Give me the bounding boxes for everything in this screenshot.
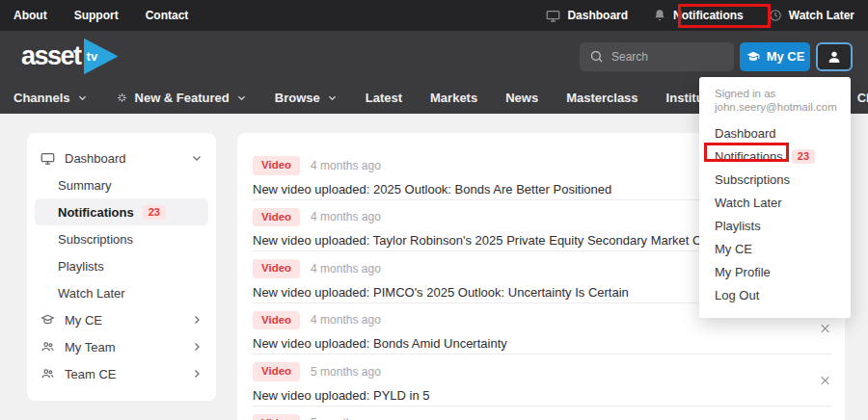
notification-row: Video 5 months ago New video uploaded: P… <box>237 354 845 407</box>
sidebar-watch-later-label: Watch Later <box>58 286 125 301</box>
clock-icon <box>769 9 782 22</box>
nav-markets-label: Markets <box>430 91 477 105</box>
topbar-dashboard-label: Dashboard <box>567 9 628 22</box>
chevron-down-icon <box>191 152 203 164</box>
sidebar-item-team-ce[interactable]: Team CE <box>27 360 216 387</box>
sidebar-item-subscriptions[interactable]: Subscriptions <box>27 225 216 252</box>
nav-channels-label: Channels <box>14 91 70 105</box>
bell-icon <box>653 9 666 22</box>
menu-item-log-out[interactable]: Log Out <box>715 283 835 306</box>
nav-masterclass[interactable]: Masterclass <box>566 91 637 105</box>
signed-in-as-label: Signed in as <box>715 89 835 99</box>
topbar-watch-later-link[interactable]: Watch Later <box>769 9 854 22</box>
notifications-count-badge: 23 <box>792 149 815 164</box>
menu-item-dashboard[interactable]: Dashboard <box>715 121 835 144</box>
menu-subscriptions-label: Subscriptions <box>715 172 790 187</box>
topbar: About Support Contact Dashboard Notifica… <box>0 0 868 31</box>
sidebar-item-summary[interactable]: Summary <box>27 171 216 198</box>
sidebar-dashboard-label: Dashboard <box>65 151 126 166</box>
sidebar-item-notifications[interactable]: Notifications 23 <box>35 198 208 225</box>
topbar-watch-later-label: Watch Later <box>789 9 854 22</box>
monitor-icon <box>546 9 560 23</box>
topbar-actions: Dashboard Notifications Watch Later <box>546 9 854 23</box>
sidebar-item-my-team[interactable]: My Team <box>27 333 216 360</box>
nav-channels[interactable]: Channels <box>14 91 88 105</box>
menu-item-subscriptions[interactable]: Subscriptions <box>715 168 835 191</box>
chevron-right-icon <box>191 314 203 326</box>
topbar-dashboard-link[interactable]: Dashboard <box>546 9 628 23</box>
dashboard-sidebar: Dashboard Summary Notifications 23 Subsc… <box>27 133 216 401</box>
video-type-badge: Video <box>253 311 300 330</box>
dismiss-notification-button[interactable] <box>817 372 833 388</box>
menu-item-my-ce[interactable]: My CE <box>715 237 835 260</box>
topbar-notifications-label: Notifications <box>673 9 744 22</box>
sidebar-item-my-ce[interactable]: My CE <box>27 306 216 333</box>
account-dropdown-menu: Signed in as john.seery@hotmail.com Dash… <box>699 77 851 318</box>
nav-ce-credits[interactable]: CE Cr <box>857 91 868 105</box>
sidebar-team-ce-label: Team CE <box>65 367 116 381</box>
header: asset tv My CE <box>0 31 868 82</box>
close-icon <box>819 374 831 386</box>
sparkle-icon <box>116 92 128 104</box>
nav-latest-label: Latest <box>366 91 402 105</box>
sidebar-playlists-label: Playlists <box>58 259 104 274</box>
signed-in-email: john.seery@hotmail.com <box>715 101 835 114</box>
chevron-down-icon <box>327 92 338 103</box>
close-icon <box>819 323 831 335</box>
notification-title[interactable]: New video uploaded: Bonds Amid Uncertain… <box>253 336 806 351</box>
account-menu-button[interactable] <box>816 42 853 71</box>
menu-watch-later-label: Watch Later <box>715 196 782 210</box>
menu-playlists-label: Playlists <box>715 219 761 233</box>
search-icon <box>589 49 604 64</box>
video-type-badge: Video <box>253 362 300 381</box>
notifications-count-badge: 23 <box>143 205 166 220</box>
menu-log-out-label: Log Out <box>715 288 759 302</box>
sidebar-notifications-label: Notifications <box>58 205 134 220</box>
my-ce-button[interactable]: My CE <box>740 42 810 71</box>
nav-news[interactable]: News <box>505 91 538 105</box>
people-icon <box>41 340 55 354</box>
menu-item-my-profile[interactable]: My Profile <box>715 260 835 283</box>
logo-wordmark: asset <box>21 41 81 71</box>
video-type-badge: Video <box>253 259 300 278</box>
topbar-links: About Support Contact <box>14 9 188 22</box>
my-ce-label: My CE <box>767 49 805 64</box>
nav-masterclass-label: Masterclass <box>566 91 637 105</box>
topbar-link-about[interactable]: About <box>14 9 47 22</box>
menu-dashboard-label: Dashboard <box>715 126 776 141</box>
asset-tv-logo[interactable]: asset tv <box>21 39 119 75</box>
nav-markets[interactable]: Markets <box>430 91 477 105</box>
person-icon <box>827 49 842 65</box>
sidebar-item-watch-later[interactable]: Watch Later <box>27 279 216 306</box>
search-input[interactable] <box>611 50 724 64</box>
menu-item-notifications[interactable]: Notifications 23 <box>715 144 835 168</box>
notification-time: 4 months ago <box>311 210 381 223</box>
monitor-icon <box>41 151 55 166</box>
sidebar-item-playlists[interactable]: Playlists <box>27 252 216 279</box>
menu-notifications-label: Notifications <box>715 149 783 164</box>
video-type-badge: Video <box>253 156 300 175</box>
topbar-link-contact[interactable]: Contact <box>146 9 189 22</box>
menu-item-watch-later[interactable]: Watch Later <box>715 191 835 214</box>
nav-browse[interactable]: Browse <box>275 91 338 105</box>
chevron-right-icon <box>191 341 203 353</box>
notification-title[interactable]: New video uploaded: PYLD in 5 <box>253 388 806 403</box>
sidebar-item-dashboard[interactable]: Dashboard <box>27 144 216 171</box>
play-triangle-icon: tv <box>84 39 119 75</box>
nav-latest[interactable]: Latest <box>366 91 402 105</box>
nav-new-featured[interactable]: New & Featured <box>116 91 247 105</box>
menu-my-profile-label: My Profile <box>715 265 771 279</box>
dismiss-notification-button[interactable] <box>817 321 833 337</box>
logo-tv-label: tv <box>87 49 98 64</box>
nav-ce-credits-label: CE Cr <box>857 91 868 105</box>
topbar-notifications-link[interactable]: Notifications <box>653 9 744 22</box>
chevron-right-icon <box>191 368 203 380</box>
search-box <box>580 42 734 71</box>
notification-time: 5 months ago <box>311 365 381 379</box>
notification-time: 4 months ago <box>311 159 381 172</box>
menu-item-playlists[interactable]: Playlists <box>715 214 835 237</box>
sidebar-my-team-label: My Team <box>65 340 116 354</box>
topbar-link-support[interactable]: Support <box>74 9 119 22</box>
sidebar-subscriptions-label: Subscriptions <box>58 232 133 247</box>
people-icon <box>41 367 55 381</box>
